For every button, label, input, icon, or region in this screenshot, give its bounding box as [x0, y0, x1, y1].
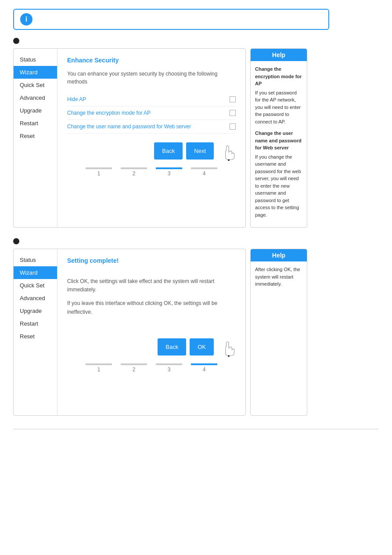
section-2: Status Wizard Quick Set Advanced Upgrade…	[13, 249, 379, 416]
help-body-1: Change the encryption mode for AP If you…	[251, 61, 307, 227]
help-text-2: After clicking OK, the system will resta…	[255, 266, 302, 288]
option-label-encryption: Change the encryption mode for AP	[67, 110, 151, 116]
next-button-1[interactable]: Next	[186, 142, 214, 160]
step-num-1-4: 4	[203, 170, 206, 177]
sidebar-item-quickset-1[interactable]: Quick Set	[14, 79, 57, 91]
svg-rect-0	[228, 159, 230, 161]
checkbox-encryption[interactable]	[230, 110, 236, 116]
sidebar-item-upgrade-2[interactable]: Upgrade	[14, 305, 57, 317]
step-num-1-3: 3	[168, 170, 171, 177]
step-num-1-2: 2	[133, 170, 136, 177]
step-bar-1-1	[86, 167, 112, 169]
step-unit-2-4: 4	[187, 363, 222, 373]
help-panel-2: Help After clicking OK, the system will …	[250, 249, 307, 416]
main-content-1: Enhance Security You can enhance your sy…	[58, 49, 245, 227]
info-bar: i	[13, 9, 329, 30]
sidebar-item-wizard-1[interactable]: Wizard	[14, 66, 57, 79]
sidebar-item-advanced-2[interactable]: Advanced	[14, 292, 57, 305]
help-section-1-2: Change the user name and password for We…	[255, 130, 302, 218]
step-num-2-2: 2	[133, 366, 136, 373]
bottom-line	[13, 429, 379, 429]
sidebar-item-advanced-1[interactable]: Advanced	[14, 91, 57, 104]
checkbox-webserver[interactable]	[230, 123, 236, 130]
page-title-1: Enhance Security	[67, 57, 236, 64]
sidebar-item-status-2[interactable]: Status	[14, 254, 57, 266]
checkbox-hideap[interactable]	[230, 96, 236, 102]
setting-complete-title: Setting complete!	[67, 257, 236, 264]
buttons-row-2: Back OK	[67, 338, 236, 355]
step-unit-1-2: 2	[116, 167, 151, 177]
step-num-2-1: 1	[97, 366, 101, 373]
option-label-hideap: Hide AP	[67, 96, 86, 102]
help-title-1-2: Change the user name and password for We…	[255, 130, 302, 152]
sidebar-item-status-1[interactable]: Status	[14, 53, 57, 66]
help-body-2: After clicking OK, the system will resta…	[251, 261, 307, 292]
step-num-1-1: 1	[97, 170, 101, 177]
help-text-1-1: If you set password for the AP network, …	[255, 89, 302, 126]
option-row-hideap: Hide AP	[67, 93, 236, 106]
help-header-1: Help	[251, 49, 307, 61]
step-bar-1-2	[121, 167, 147, 169]
help-section-1-1: Change the encryption mode for AP If you…	[255, 65, 302, 125]
ok-button[interactable]: OK	[190, 338, 214, 355]
main-content-2: Setting complete! Click OK, the settings…	[58, 249, 245, 415]
step-num-2-3: 3	[168, 366, 171, 373]
help-text-1-2: If you change the username and password …	[255, 153, 302, 219]
panel-2: Status Wizard Quick Set Advanced Upgrade…	[13, 249, 246, 416]
bullet-1	[13, 38, 19, 44]
step-unit-1-1: 1	[81, 167, 116, 177]
step-unit-1-3: 3	[151, 167, 187, 177]
step-unit-2-2: 2	[116, 363, 151, 373]
description-1: You can enhance your system security by …	[67, 70, 236, 86]
sidebar-item-reset-2[interactable]: Reset	[14, 330, 57, 343]
step-bar-2-1	[86, 363, 112, 365]
sidebar-item-upgrade-1[interactable]: Upgrade	[14, 104, 57, 117]
back-button-1[interactable]: Back	[154, 142, 183, 160]
setting-desc-1: Click OK, the settings will take effect …	[67, 277, 236, 294]
step-bar-1-4	[191, 167, 217, 169]
option-row-encryption: Change the encryption mode for AP	[67, 106, 236, 120]
step-num-2-4: 4	[203, 366, 206, 373]
hand-cursor-1	[222, 145, 236, 162]
help-header-2: Help	[251, 249, 307, 261]
bullet-2	[13, 238, 19, 244]
hand-cursor-2	[222, 341, 236, 358]
sidebar-item-restart-1[interactable]: Restart	[14, 117, 57, 130]
sidebar-1: Status Wizard Quick Set Advanced Upgrade…	[14, 49, 58, 227]
step-unit-2-1: 1	[81, 363, 116, 373]
panel-1: Status Wizard Quick Set Advanced Upgrade…	[13, 48, 246, 228]
sidebar-item-restart-2[interactable]: Restart	[14, 317, 57, 330]
option-row-webserver: Change the user name and password for We…	[67, 120, 236, 134]
steps-bar-1: 1 2 3 4	[67, 167, 236, 181]
step-bar-2-2	[121, 363, 147, 365]
step-bar-2-3	[156, 363, 182, 365]
section-1: Status Wizard Quick Set Advanced Upgrade…	[13, 48, 379, 228]
help-panel-1: Help Change the encryption mode for AP I…	[250, 48, 307, 228]
svg-rect-1	[228, 355, 230, 357]
sidebar-item-quickset-2[interactable]: Quick Set	[14, 279, 57, 292]
step-unit-2-3: 3	[151, 363, 187, 373]
step-bar-2-4	[191, 363, 217, 365]
sidebar-2: Status Wizard Quick Set Advanced Upgrade…	[14, 249, 58, 415]
sidebar-item-reset-1[interactable]: Reset	[14, 130, 57, 142]
help-title-1-1: Change the encryption mode for AP	[255, 65, 302, 87]
step-bar-1-3	[156, 167, 182, 169]
setting-desc-2: If you leave this interface without clic…	[67, 299, 236, 316]
sidebar-item-wizard-2[interactable]: Wizard	[14, 266, 57, 279]
info-icon: i	[20, 13, 32, 25]
step-unit-1-4: 4	[187, 167, 222, 177]
option-label-webserver: Change the user name and password for We…	[67, 123, 191, 130]
buttons-row-1: Back Next	[67, 142, 236, 160]
steps-bar-2: 1 2 3 4	[67, 363, 236, 377]
back-button-2[interactable]: Back	[158, 338, 186, 355]
